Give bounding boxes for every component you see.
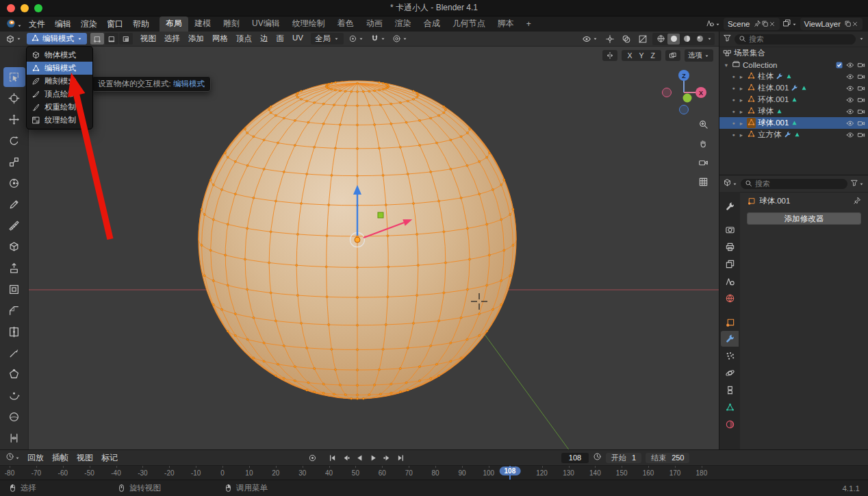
minimize-window-button[interactable] [21, 4, 29, 12]
properties-search[interactable]: 搜索 [741, 179, 847, 189]
timeline-ruler[interactable]: -80-70-60-50-40-30-20-100102030405060708… [0, 465, 868, 480]
timeline-menu[interactable]: 视图 [73, 452, 97, 464]
properties-tab-modifier-tab[interactable] [721, 331, 739, 347]
snap-toggle-button[interactable] [369, 34, 387, 43]
mirror-button[interactable] [602, 50, 617, 61]
snap-overlay-button[interactable] [665, 50, 680, 61]
mode-selector[interactable]: 编辑模式 [27, 33, 87, 45]
workspace-tab[interactable]: 布局 [159, 16, 188, 32]
outliner-filter-icon[interactable] [723, 34, 732, 45]
outliner-row[interactable]: ▾Collection [719, 59, 868, 71]
timeline-menu[interactable]: 标记 [97, 452, 122, 464]
workspace-tab[interactable]: 着色 [331, 16, 360, 32]
hand-button[interactable] [695, 136, 711, 151]
topbar-menu[interactable]: 帮助 [128, 18, 154, 30]
filter-icon[interactable] [850, 179, 865, 189]
tool-smooth[interactable] [3, 407, 25, 427]
tool-move[interactable] [3, 110, 25, 129]
options-button[interactable]: 选项 [685, 49, 713, 62]
workspace-tab[interactable]: 脚本 [492, 16, 520, 32]
viewport-menu[interactable]: 网格 [208, 34, 232, 44]
face-select-button[interactable] [119, 33, 133, 45]
workspace-tab[interactable]: UV编辑 [246, 16, 286, 32]
jump-start-button[interactable] [327, 452, 338, 464]
workspace-tab[interactable]: 建模 [188, 16, 217, 32]
mirror-axis-x-button[interactable]: X [625, 51, 635, 60]
outliner-row[interactable]: ●▸球体 [719, 106, 868, 117]
mode-menu-item[interactable]: 编辑模式 [27, 62, 92, 75]
viewlayer-selector[interactable]: ViewLayer [800, 18, 863, 30]
properties-tab-world-tab[interactable] [721, 290, 739, 306]
viewport-menu[interactable]: UV [288, 34, 307, 44]
tool-annotate[interactable] [3, 195, 25, 214]
mirror-axis-y-button[interactable]: Y [637, 51, 647, 60]
properties-editor-icon[interactable] [723, 178, 738, 189]
tool-edge-slide[interactable] [3, 428, 25, 448]
add-workspace-button[interactable]: + [522, 19, 536, 29]
viewport-menu[interactable]: 边 [256, 34, 272, 44]
current-frame-field[interactable]: 108 [561, 453, 589, 463]
end-frame-field[interactable]: 结束 250 [646, 453, 689, 463]
outliner-row[interactable]: ●▸立方体 [719, 129, 868, 140]
tool-knife[interactable] [3, 343, 25, 363]
properties-tab-physics-tab[interactable] [721, 365, 739, 381]
tool-transform[interactable] [3, 173, 25, 193]
mode-menu-item[interactable]: 顶点绘制 [27, 88, 92, 101]
workspace-tab[interactable]: 雕刻 [217, 16, 246, 32]
ball-solid-button[interactable] [667, 34, 680, 45]
properties-tab-output-tab[interactable] [721, 239, 739, 255]
outliner-row[interactable]: 场景集合 [719, 47, 868, 59]
workspace-tab[interactable]: 几何节点 [446, 16, 492, 32]
properties-tab-material-tab[interactable] [721, 417, 739, 432]
jump-end-button[interactable] [395, 452, 407, 464]
start-frame-field[interactable]: 开始 1 [606, 453, 641, 463]
navigation-gizmo[interactable]: ZX [657, 64, 709, 116]
tool-spin[interactable] [3, 386, 25, 406]
ball-material-button[interactable] [680, 34, 693, 45]
mode-menu-item[interactable]: 雕刻模式 [27, 75, 92, 88]
tool-bevel[interactable] [3, 301, 25, 321]
tool-inset-faces[interactable] [3, 280, 25, 299]
editor-type-button[interactable] [4, 34, 23, 44]
zoom-button[interactable] [695, 116, 711, 132]
timeline-menu[interactable]: 回放 [23, 452, 48, 464]
play-button[interactable] [368, 452, 379, 464]
viewport-menu[interactable]: 添加 [184, 34, 208, 44]
timeline-menu[interactable]: 插帧 [48, 452, 73, 464]
chevron-down-icon[interactable] [858, 34, 865, 44]
properties-tab-viewlayer-tab[interactable] [721, 256, 739, 272]
overlays-button[interactable] [620, 34, 633, 44]
workspace-tab[interactable]: 合成 [418, 16, 446, 32]
topbar-menu[interactable]: 编辑 [50, 18, 76, 30]
workspace-tab[interactable]: 纹理绘制 [286, 16, 331, 32]
xray-button[interactable] [637, 34, 649, 44]
tool-scale[interactable] [3, 152, 25, 172]
timeline-editor-icon[interactable] [5, 452, 21, 463]
topbar-menu[interactable]: 渲染 [76, 18, 102, 30]
fullscreen-window-button[interactable] [34, 4, 42, 12]
properties-tab-scene-tab[interactable] [721, 273, 739, 289]
workspace-tab[interactable]: 动画 [360, 16, 389, 32]
viewport-menu[interactable]: 视图 [136, 34, 160, 44]
gizmo-button[interactable] [604, 34, 616, 44]
tool-select-box[interactable] [3, 67, 25, 87]
camera-view-button[interactable] [695, 155, 711, 170]
mirror-axis-z-button[interactable]: Z [648, 51, 658, 60]
tool-extrude-region[interactable] [3, 258, 25, 278]
edge-select-button[interactable] [105, 33, 118, 45]
proportional-edit-button[interactable] [391, 34, 409, 43]
topbar-menu[interactable]: 窗口 [102, 18, 128, 30]
vertex-select-button[interactable] [90, 33, 104, 45]
mode-menu-item[interactable]: 纹理绘制 [27, 114, 92, 127]
autokey-toggle[interactable] [307, 452, 318, 464]
scene-selector[interactable]: Scene [724, 18, 780, 30]
outliner-row[interactable]: ●▸球体.001 [719, 117, 868, 129]
outliner-row[interactable]: ●▸柱体 [719, 71, 868, 82]
current-frame-badge[interactable]: 108 [500, 467, 521, 475]
properties-tab-object-tab[interactable] [721, 314, 739, 330]
tool-add-cube[interactable] [3, 237, 25, 257]
blender-logo-icon[interactable] [5, 18, 23, 31]
grid-button[interactable] [695, 174, 711, 189]
tool-poly-build[interactable] [3, 364, 25, 384]
tool-measure[interactable] [3, 216, 25, 236]
